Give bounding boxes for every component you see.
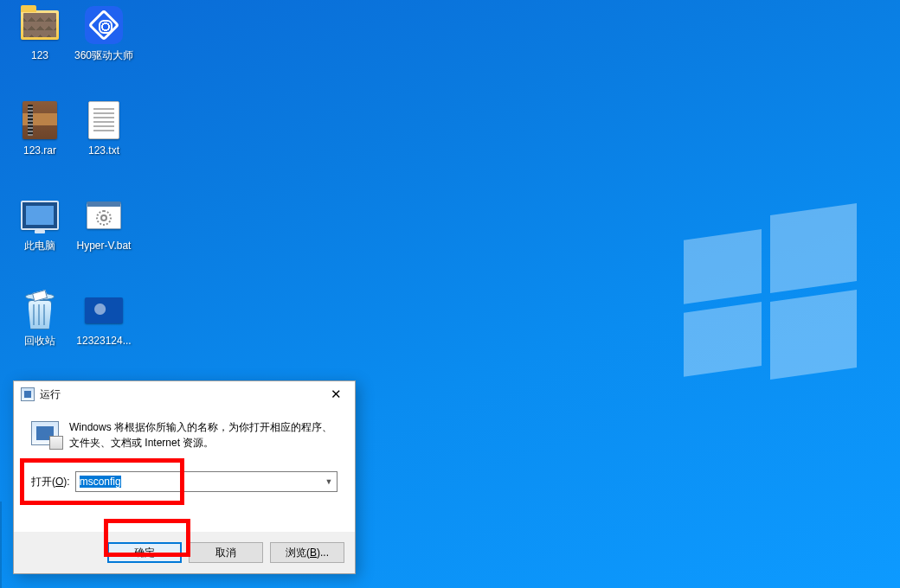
run-dialog-icon — [21, 387, 35, 401]
desktop-icon[interactable]: 回收站 — [7, 290, 73, 347]
recycle-icon — [19, 290, 61, 331]
open-combobox[interactable]: ▼ — [75, 471, 338, 492]
generic-icon — [83, 290, 125, 331]
close-button[interactable]: ✕ — [317, 381, 355, 407]
run-dialog: 运行 ✕ Windows 将根据你所输入的名称，为你打开相应的程序、文件夹、文档… — [13, 380, 356, 574]
desktop-icon[interactable]: 12323124... — [71, 290, 137, 347]
run-dialog-titlebar[interactable]: 运行 ✕ — [14, 381, 355, 407]
run-dialog-title: 运行 — [40, 387, 317, 402]
desktop-icon[interactable]: 123 — [7, 4, 73, 61]
desktop-icon[interactable]: 此电脑 — [7, 195, 73, 252]
desktop-icon-label: 123.txt — [88, 144, 119, 157]
ok-button[interactable]: 确定 — [107, 542, 182, 563]
bat-icon — [83, 195, 125, 236]
desktop-icon-label: 360驱动大师 — [74, 49, 133, 61]
desktop-icon-label: 12323124... — [76, 335, 131, 347]
open-label: 打开(O): — [31, 475, 70, 489]
desktop-icon-label: 此电脑 — [24, 240, 55, 252]
run-app-icon — [31, 421, 59, 445]
folder_with_thumb-icon — [19, 4, 61, 46]
desktop-icon[interactable]: 123.rar — [7, 99, 73, 157]
crop-sliver — [0, 502, 2, 588]
open-input[interactable] — [76, 472, 321, 491]
desktop-icon-label: Hyper-V.bat — [77, 240, 132, 252]
desktop-icon-label: 123.rar — [23, 144, 56, 157]
thispc-icon — [19, 195, 61, 236]
windows-logo-watermark — [684, 212, 857, 380]
app360-icon — [83, 4, 125, 46]
desktop-icon-label: 回收站 — [24, 335, 55, 347]
run-dialog-buttonbar: 确定 取消 浏览(B)... — [14, 532, 355, 573]
txt-icon — [83, 99, 125, 141]
desktop-icon[interactable]: 123.txt — [71, 99, 137, 157]
run-dialog-description: Windows 将根据你所输入的名称，为你打开相应的程序、文件夹、文档或 Int… — [69, 419, 338, 451]
rar-icon — [19, 99, 61, 141]
cancel-button[interactable]: 取消 — [189, 542, 263, 563]
desktop-icon[interactable]: Hyper-V.bat — [71, 195, 137, 252]
desktop-icon[interactable]: 360驱动大师 — [71, 4, 137, 61]
chevron-down-icon[interactable]: ▼ — [321, 472, 337, 491]
desktop-icon-label: 123 — [31, 49, 48, 61]
browse-button[interactable]: 浏览(B)... — [270, 542, 344, 563]
